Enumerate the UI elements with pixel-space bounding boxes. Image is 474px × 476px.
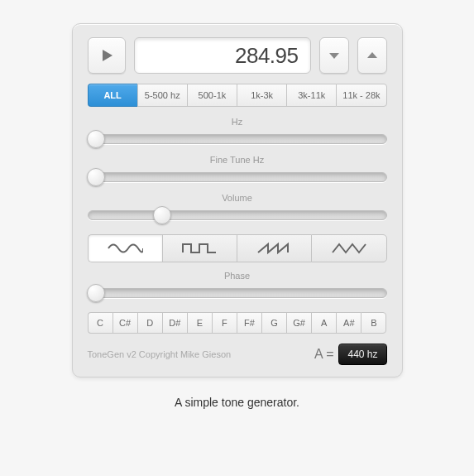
waveform-tabs [88,234,387,262]
play-icon [100,49,113,62]
play-button[interactable] [88,37,126,74]
page-caption: A simple tone generator. [175,396,299,409]
phase-label: Phase [88,271,387,281]
wave-square[interactable] [162,234,237,262]
volume-slider-block: Volume [88,193,387,224]
phase-thumb[interactable] [87,284,105,302]
volume-track [88,210,387,220]
note-a-sharp[interactable]: A# [336,312,361,334]
note-g[interactable]: G [261,312,286,334]
wave-triangle[interactable] [311,234,386,262]
freq-up-button[interactable] [357,37,387,74]
hz-slider-block: Hz [88,117,387,148]
phase-track [88,288,387,298]
a-equals: A = 440 hz [314,344,387,365]
volume-slider[interactable] [88,206,387,224]
frequency-display[interactable]: 284.95 [134,37,311,74]
sine-icon [107,241,143,256]
note-d-sharp[interactable]: D# [162,312,187,334]
note-c-sharp[interactable]: C# [113,312,137,334]
svg-marker-1 [329,53,339,59]
wave-sine[interactable] [88,234,162,262]
finetune-slider-block: Fine Tune Hz [88,155,387,186]
finetune-thumb[interactable] [87,168,105,186]
phase-slider-block: Phase [88,271,387,302]
svg-marker-0 [103,50,113,61]
square-icon [181,241,218,256]
tone-generator-panel: 284.95 ALL 5-500 hz 500-1k 1k-3k 3k-11k … [72,23,403,377]
chevron-down-icon [328,51,340,60]
hz-label: Hz [88,117,387,127]
note-a[interactable]: A [311,312,336,334]
note-f-sharp[interactable]: F# [237,312,261,334]
range-tab-all[interactable]: ALL [88,84,137,107]
top-controls: 284.95 [88,37,387,74]
note-c[interactable]: C [88,312,113,334]
hz-thumb[interactable] [87,130,105,148]
range-tab-11k-28k[interactable]: 11k - 28k [336,84,386,107]
a-equals-label: A = [314,347,334,362]
note-e[interactable]: E [187,312,212,334]
range-tab-500-1k[interactable]: 500-1k [187,84,237,107]
finetune-track [88,172,387,182]
hz-track [88,134,387,144]
finetune-label: Fine Tune Hz [88,155,387,165]
hz-slider[interactable] [88,130,387,148]
freq-down-button[interactable] [319,37,349,74]
range-tab-1k-3k[interactable]: 1k-3k [237,84,286,107]
note-b[interactable]: B [361,312,386,334]
svg-marker-2 [367,52,377,58]
range-tab-5-500[interactable]: 5-500 hz [137,84,187,107]
chevron-up-icon [366,51,378,60]
note-d[interactable]: D [137,312,162,334]
note-row: C C# D D# E F F# G G# A A# B [88,312,387,334]
wave-sawtooth[interactable] [237,234,311,262]
phase-slider[interactable] [88,284,387,302]
note-g-sharp[interactable]: G# [286,312,311,334]
volume-label: Volume [88,193,387,203]
sawtooth-icon [256,241,293,256]
panel-footer: ToneGen v2 Copyright Mike Gieson A = 440… [88,344,387,365]
volume-thumb[interactable] [153,206,171,224]
range-tab-3k-11k[interactable]: 3k-11k [286,84,336,107]
range-tabs: ALL 5-500 hz 500-1k 1k-3k 3k-11k 11k - 2… [88,84,387,107]
finetune-slider[interactable] [88,168,387,186]
note-f[interactable]: F [212,312,237,334]
triangle-icon [331,241,367,256]
copyright-text: ToneGen v2 Copyright Mike Gieson [88,349,232,359]
a-equals-value[interactable]: 440 hz [338,344,386,365]
